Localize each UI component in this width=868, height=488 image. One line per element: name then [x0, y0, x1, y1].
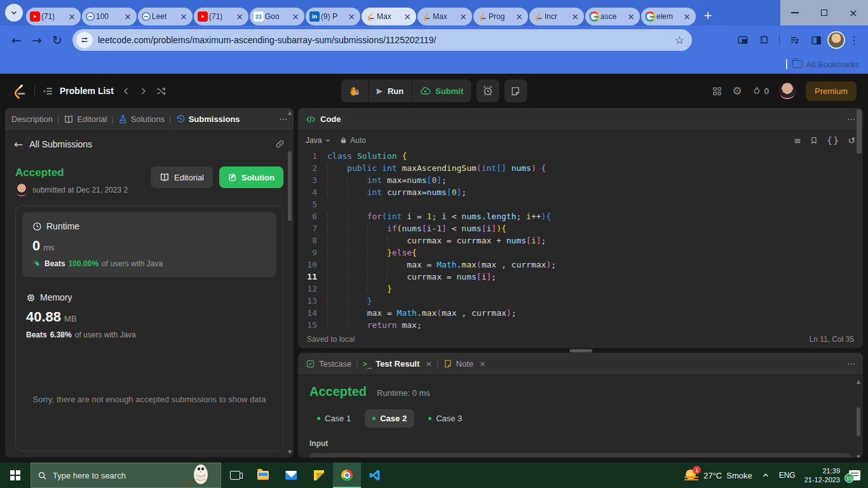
- code-line[interactable]: 1class Solution {: [298, 150, 863, 162]
- runtime-stat[interactable]: Runtime 0ms Beats 100.00% of users with …: [22, 212, 276, 277]
- submit-button[interactable]: Submit: [411, 79, 471, 102]
- code-panel-menu-icon[interactable]: ⋯: [847, 114, 855, 124]
- tab-close-button[interactable]: ×: [570, 12, 580, 21]
- scroll-down-arrow[interactable]: ▼: [856, 455, 861, 458]
- sticky-notes-button[interactable]: [305, 463, 333, 488]
- code-line[interactable]: 2 public int maxAscendingSum(int[] nums)…: [298, 162, 863, 174]
- left-panel-scrollbar[interactable]: ▲ ▼: [287, 150, 293, 455]
- tab-close-button[interactable]: ×: [290, 12, 301, 21]
- next-problem-button[interactable]: [139, 86, 148, 96]
- address-bar[interactable]: leetcode.com/problems/maximum-ascending-…: [72, 29, 692, 51]
- notification-button[interactable]: 10: [849, 470, 860, 480]
- tab-close-button[interactable]: ×: [346, 12, 356, 21]
- task-view-button[interactable]: [221, 463, 249, 488]
- scroll-down-arrow[interactable]: ▼: [287, 450, 292, 455]
- copy-link-icon[interactable]: [275, 139, 285, 149]
- settings-gear-icon[interactable]: ⚙: [733, 85, 742, 97]
- profile-avatar[interactable]: [827, 31, 845, 49]
- scroll-up-arrow[interactable]: ▲: [287, 111, 292, 116]
- new-tab-button[interactable]: +: [699, 6, 717, 24]
- language-selector[interactable]: Java: [306, 136, 331, 145]
- code-line[interactable]: 8 currmax = currmax + nums[i];: [298, 234, 863, 247]
- tab-editorial[interactable]: Editorial: [64, 114, 107, 125]
- timer-button[interactable]: [476, 79, 499, 102]
- tab-close-button[interactable]: ×: [479, 359, 486, 369]
- bookmark-star-icon[interactable]: ☆: [671, 34, 688, 46]
- code-line[interactable]: 15 return max;: [298, 319, 863, 329]
- forward-button[interactable]: →: [27, 30, 47, 50]
- code-line[interactable]: 6 for(int i = 1; i < nums.length; i++){: [298, 210, 863, 222]
- run-button[interactable]: ▶ Run: [369, 79, 412, 102]
- resize-handle[interactable]: [569, 349, 592, 352]
- tab-close-button[interactable]: ×: [179, 12, 189, 21]
- tab-close-button[interactable]: ×: [67, 12, 77, 21]
- browser-tab[interactable]: asce×: [585, 8, 640, 25]
- tab-close-button[interactable]: ×: [458, 12, 468, 21]
- browser-menu-icon[interactable]: ⋮: [846, 34, 862, 46]
- problem-list-button[interactable]: Problem List: [43, 86, 114, 97]
- side-panel-icon[interactable]: [806, 30, 826, 50]
- input-field[interactable]: [309, 453, 851, 458]
- browser-tab[interactable]: Incr×: [529, 8, 584, 25]
- all-submissions-label[interactable]: All Submissions: [29, 139, 92, 149]
- vscode-button[interactable]: [361, 463, 389, 488]
- tab-note[interactable]: Note: [444, 359, 473, 369]
- site-info-icon[interactable]: [76, 32, 93, 48]
- layout-button[interactable]: [712, 86, 722, 97]
- code-line[interactable]: 14 max = Math.max(max , currmax);: [298, 307, 863, 319]
- browser-tab[interactable]: Max×: [417, 8, 472, 25]
- taskbar-search[interactable]: Type here to search: [31, 463, 221, 488]
- mail-button[interactable]: [277, 463, 305, 488]
- tab-close-button[interactable]: ×: [425, 359, 432, 369]
- restore-button[interactable]: [810, 0, 839, 25]
- random-problem-button[interactable]: [156, 86, 166, 97]
- tab-close-button[interactable]: ×: [626, 12, 636, 21]
- file-explorer-button[interactable]: [249, 463, 277, 488]
- tab-testcase[interactable]: Testcase: [306, 359, 351, 369]
- url-text[interactable]: leetcode.com/problems/maximum-ascending-…: [98, 35, 671, 45]
- leetcode-logo[interactable]: [11, 83, 27, 99]
- solution-button[interactable]: Solution: [219, 166, 283, 188]
- extensions-icon[interactable]: [754, 30, 775, 50]
- notes-button[interactable]: [504, 79, 527, 102]
- chrome-button[interactable]: [333, 463, 361, 488]
- code-line[interactable]: 7 if(nums[i-1] < nums[i]){: [298, 222, 863, 234]
- case-chip[interactable]: Case 3: [421, 409, 470, 428]
- code-line[interactable]: 10 max = Math.max(max , currmax);: [298, 259, 863, 271]
- code-scrollbar-thumb[interactable]: [857, 109, 862, 154]
- browser-tab[interactable]: 21Goo×: [250, 8, 304, 25]
- auto-toggle[interactable]: Auto: [340, 136, 366, 145]
- close-button[interactable]: ×: [839, 0, 868, 25]
- tab-close-button[interactable]: ×: [682, 12, 692, 21]
- case-chip[interactable]: Case 1: [309, 409, 358, 428]
- language-indicator[interactable]: ENG: [779, 471, 796, 480]
- bookmark-icon[interactable]: [810, 136, 818, 145]
- premium-button[interactable]: Premium: [806, 81, 857, 101]
- browser-tab[interactable]: Max×: [362, 8, 416, 25]
- case-chip[interactable]: Case 2: [365, 409, 414, 428]
- browser-tab[interactable]: (71)×: [194, 8, 248, 25]
- reload-button[interactable]: ↻: [47, 30, 67, 50]
- all-bookmarks-button[interactable]: All Bookmarks: [792, 60, 859, 69]
- code-line[interactable]: 11 currmax = nums[i];: [298, 271, 863, 283]
- reset-code-icon[interactable]: ↺: [848, 135, 855, 146]
- back-button[interactable]: ←: [6, 30, 27, 50]
- format-code-icon[interactable]: ≡: [794, 135, 801, 146]
- tray-expand-icon[interactable]: [761, 471, 770, 480]
- picture-in-picture-icon[interactable]: [733, 30, 753, 50]
- start-button[interactable]: [0, 463, 31, 488]
- tab-close-button[interactable]: ×: [123, 12, 133, 21]
- tab-close-button[interactable]: ×: [234, 12, 245, 21]
- tab-solutions[interactable]: Solutions: [118, 114, 165, 124]
- tab-search-button[interactable]: [5, 4, 23, 22]
- tab-submissions[interactable]: Submissions: [176, 114, 240, 124]
- browser-tab[interactable]: elem×: [641, 8, 696, 25]
- code-editor[interactable]: 1class Solution {2 public int maxAscendi…: [298, 150, 863, 329]
- weather-widget[interactable]: 1 27°C Smoke: [684, 468, 752, 482]
- panel-menu-icon[interactable]: ⋯: [279, 114, 287, 124]
- code-line[interactable]: 12 }: [298, 283, 863, 295]
- code-line[interactable]: 4 int currmax=nums[0];: [298, 186, 863, 198]
- tab-test-result[interactable]: >_Test Result: [363, 359, 420, 369]
- scroll-up-arrow[interactable]: ▲: [856, 379, 861, 384]
- browser-tab[interactable]: Prog×: [473, 8, 528, 25]
